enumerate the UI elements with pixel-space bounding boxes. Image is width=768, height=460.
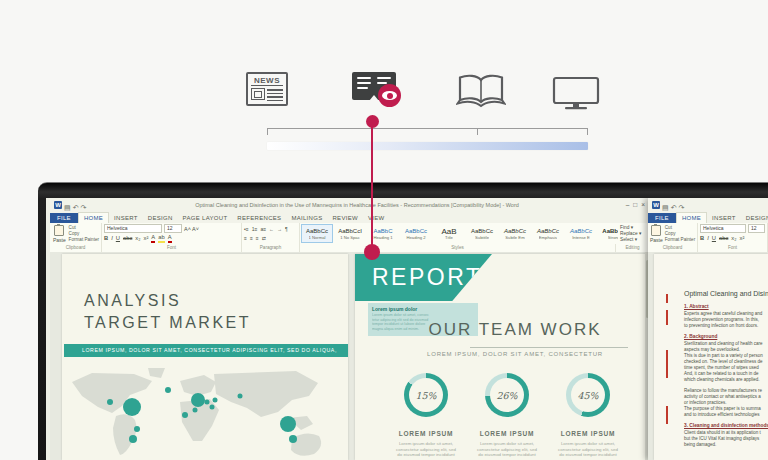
glyph-4[interactable]: → <box>277 226 282 232</box>
font-effect-buttons[interactable]: BIUabcx₂x² <box>700 234 765 243</box>
tab-file[interactable]: FILE <box>50 213 78 223</box>
glyph-3[interactable]: abc <box>123 235 132 242</box>
style-chip-subtle-em[interactable]: AaBbCcSubtle Em <box>499 224 531 243</box>
glyph-1[interactable]: □ <box>633 201 637 208</box>
glyph-5[interactable]: ¶ <box>285 226 288 232</box>
document-area-main: ANALYSIS TARGET MARKET LOREM IPSUM, DOLO… <box>50 252 650 460</box>
glyph-1[interactable]: Replace ▾ <box>620 231 647 236</box>
tab-home[interactable]: HOME <box>78 212 109 223</box>
glyph-1[interactable]: 1≡ <box>252 226 258 232</box>
glyph-1[interactable]: Copy <box>665 231 695 236</box>
font-effect-buttons[interactable]: BIUabcx₂x²AabA <box>104 234 239 243</box>
style-chip-subtitle[interactable]: AaBbCcSubtitle <box>466 224 498 243</box>
tab-view[interactable]: VIEW <box>363 213 390 223</box>
word-window-secondary: W ▤↶↷ FILEHOMEINSERTDESIGNPAGE LAYOUT Pa… <box>648 198 768 460</box>
glyph-7[interactable]: ab <box>158 234 164 243</box>
glyph-0[interactable]: B <box>700 235 704 242</box>
feature-slider-gradient-bar[interactable] <box>267 142 588 150</box>
tab-mailings[interactable]: MAILINGS <box>286 213 327 223</box>
glyph-5[interactable]: x² <box>144 235 149 242</box>
paragraph-buttons-row1[interactable]: •≡1≡a≡←→¶ <box>244 224 297 233</box>
glyph-1[interactable]: ≡ <box>250 235 253 241</box>
tab-home[interactable]: HOME <box>676 212 707 223</box>
style-chip-heading-2[interactable]: AaBbCcHeading 2 <box>400 224 432 243</box>
glyph-1[interactable]: Copy <box>69 231 99 236</box>
glyph-3[interactable]: ⇄ <box>262 235 266 241</box>
tab-references[interactable]: REFERENCES <box>232 213 286 223</box>
feature-slider-track[interactable] <box>267 128 588 135</box>
glyph-0[interactable]: ▤ <box>662 204 669 211</box>
glyph-3[interactable]: abc <box>719 235 728 242</box>
clipboard-commands[interactable]: CutCopyFormat Painter <box>69 224 99 243</box>
paragraph-buttons-row2[interactable]: ≡≡≡⇄ <box>244 233 297 242</box>
glyph-3[interactable]: ← <box>269 226 274 232</box>
donut-chart-45: 45%LOREM IPSUMLorem ipsum dolor sit amet… <box>549 373 627 458</box>
glyph-0[interactable]: B <box>104 235 108 242</box>
analysis-heading-line2: TARGET MARKET <box>84 312 251 333</box>
report-title: REPORT <box>355 254 492 301</box>
window-controls[interactable]: –□× <box>626 201 650 208</box>
glyph-2[interactable]: U <box>116 235 120 242</box>
paste-button[interactable]: Paste <box>650 224 663 243</box>
doc-page-report[interactable]: REPORT Lorem ipsum dolor Lorem ipsum dol… <box>355 254 646 460</box>
glyph-0[interactable]: ▤ <box>64 204 71 211</box>
glyph-0[interactable]: – <box>626 201 630 208</box>
tab-review[interactable]: REVIEW <box>327 213 362 223</box>
doc-page-analysis[interactable]: ANALYSIS TARGET MARKET LOREM IPSUM, DOLO… <box>62 254 348 460</box>
editing-group[interactable]: Find ▾Replace ▾Select ▾ <box>618 223 650 244</box>
glyph-2[interactable]: × <box>641 201 645 208</box>
tab-file[interactable]: FILE <box>648 213 676 223</box>
glyph-6[interactable]: A <box>151 234 155 243</box>
glyph-1[interactable]: I <box>111 235 113 242</box>
font-group: Helvetica 12 BIUabcx₂x² <box>698 223 768 244</box>
style-chip-emphasis[interactable]: AaBbCcEmphasis <box>532 224 564 243</box>
donut-chart-15: 15%LOREM IPSUMLorem ipsum dolor sit amet… <box>387 373 465 458</box>
style-chip-1-normal[interactable]: AaBbCc1 Normal <box>301 224 333 243</box>
glyph-2[interactable]: ≡ <box>256 235 259 241</box>
glyph-0[interactable]: Find ▾ <box>620 225 647 230</box>
glyph-2[interactable]: Select ▾ <box>620 237 647 242</box>
glyph-8[interactable]: A <box>168 234 172 243</box>
grow-shrink-font-icons[interactable]: A˄ A˅ <box>184 226 199 232</box>
news-mode-item[interactable]: NEWS <box>246 72 288 106</box>
paste-button[interactable]: Paste <box>52 224 67 243</box>
glyph-0[interactable]: Cut <box>665 225 695 230</box>
clipboard-commands[interactable]: CutCopyFormat Painter <box>665 224 695 243</box>
document-area-secondary: Optimal Cleaning and Disinfection1. Abst… <box>648 252 768 460</box>
glyph-2[interactable]: Format Painter <box>665 237 695 242</box>
glyph-1[interactable]: ↶ <box>73 204 79 211</box>
tab-page-layout[interactable]: PAGE LAYOUT <box>178 213 233 223</box>
tab-design[interactable]: DESIGN <box>741 213 768 223</box>
style-chip-strong[interactable]: AaBbCcStrong <box>598 224 618 243</box>
glyph-4[interactable]: x₂ <box>731 235 736 242</box>
style-chip-intense-e[interactable]: AaBbCcIntense E <box>565 224 597 243</box>
glyph-0[interactable]: •≡ <box>244 226 249 232</box>
tab-design[interactable]: DESIGN <box>143 213 178 223</box>
group-label-paragraph: Paragraph <box>242 244 300 252</box>
glyph-1[interactable]: ↶ <box>671 204 677 211</box>
font-size-select[interactable]: 12 <box>748 224 765 233</box>
glyph-0[interactable]: Cut <box>69 225 99 230</box>
style-chip-1-no-spac[interactable]: AaBbCcI1 No Spac <box>334 224 366 243</box>
tab-insert[interactable]: INSERT <box>707 213 741 223</box>
font-name-select[interactable]: Helvetica <box>700 224 746 233</box>
font-size-select[interactable]: 12 <box>164 224 182 233</box>
glyph-2[interactable]: Format Painter <box>69 237 99 242</box>
glyph-1[interactable]: I <box>707 235 709 242</box>
ebook-mode-item[interactable] <box>456 72 506 114</box>
glyph-0[interactable]: ≡ <box>244 235 247 241</box>
glyph-2[interactable]: a≡ <box>260 226 266 232</box>
word-app-icon: W <box>652 201 660 209</box>
reader-mode-item[interactable] <box>352 72 400 110</box>
style-chip-title[interactable]: AaBTitle <box>433 224 465 243</box>
tab-insert[interactable]: INSERT <box>109 213 143 223</box>
font-name-select[interactable]: Helvetica <box>104 224 162 233</box>
glyph-2[interactable]: ↷ <box>679 204 685 211</box>
doc-page-paper[interactable]: Optimal Cleaning and Disinfection1. Abst… <box>654 254 768 460</box>
glyph-4[interactable]: x₂ <box>135 235 140 242</box>
group-label-styles: Styles <box>300 244 616 252</box>
glyph-2[interactable]: U <box>712 235 716 242</box>
monitor-mode-item[interactable] <box>552 76 600 116</box>
glyph-2[interactable]: ↷ <box>81 204 87 211</box>
glyph-5[interactable]: x² <box>740 235 745 242</box>
